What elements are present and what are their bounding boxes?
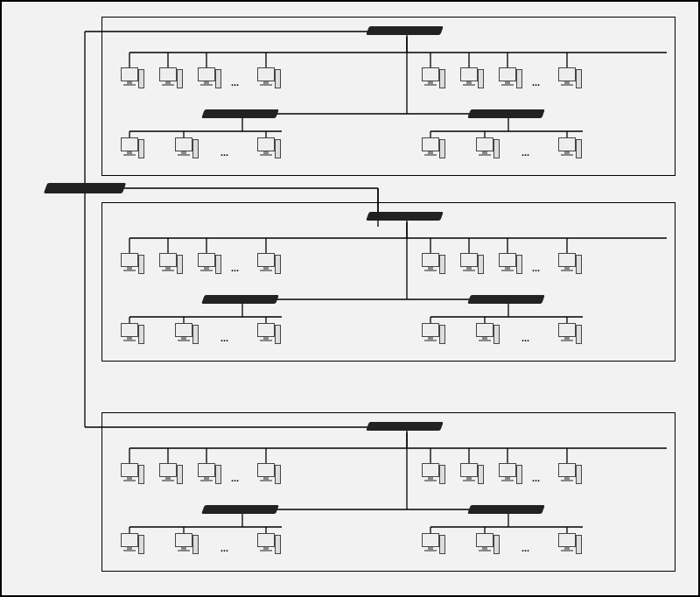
cluster3-sub-switch-right — [467, 505, 545, 514]
cluster2-top-switch — [366, 212, 444, 221]
pc-icon — [121, 323, 140, 348]
pc-icon — [558, 137, 578, 162]
pc-icon — [198, 463, 217, 488]
pc-icon — [460, 463, 480, 488]
cluster1-sub-switch-right — [467, 109, 545, 118]
pc-icon — [558, 253, 578, 277]
pc-icon — [422, 67, 441, 92]
pc-icon — [121, 137, 140, 162]
ellipsis: ... — [532, 263, 540, 273]
pc-icon — [499, 67, 518, 92]
cluster3-top-switch — [366, 422, 444, 431]
pc-icon — [558, 67, 578, 92]
pc-icon — [121, 253, 140, 277]
ellipsis: ... — [522, 333, 529, 343]
ellipsis: ... — [532, 77, 540, 88]
pc-icon — [175, 137, 194, 162]
pc-icon — [159, 463, 178, 488]
pc-icon — [499, 253, 518, 277]
pc-icon — [460, 67, 480, 92]
root-switch — [44, 183, 126, 193]
cluster3-sub-switch-left — [201, 505, 279, 514]
pc-icon — [558, 463, 578, 488]
cluster2-sub-switch-right — [467, 295, 545, 304]
pc-icon — [257, 67, 276, 92]
pc-icon — [422, 463, 441, 488]
ellipsis: ... — [220, 543, 228, 553]
ellipsis: ... — [220, 147, 228, 158]
pc-icon — [175, 323, 194, 348]
pc-icon — [422, 253, 441, 277]
pc-icon — [198, 67, 217, 92]
pc-icon — [476, 323, 495, 348]
pc-icon — [422, 137, 441, 162]
ellipsis: ... — [522, 147, 529, 158]
ellipsis: ... — [532, 473, 540, 483]
pc-icon — [121, 533, 140, 558]
pc-icon — [257, 323, 276, 348]
pc-icon — [499, 463, 518, 488]
pc-icon — [476, 137, 495, 162]
pc-icon — [159, 253, 178, 277]
cluster1-top-switch — [366, 26, 444, 35]
pc-icon — [121, 67, 140, 92]
cluster1-sub-switch-left — [201, 109, 279, 118]
ellipsis: ... — [220, 333, 228, 343]
pc-icon — [422, 533, 441, 558]
ellipsis: ... — [231, 473, 239, 483]
pc-icon — [460, 253, 480, 277]
ellipsis: ... — [231, 263, 239, 273]
pc-icon — [422, 323, 441, 348]
pc-icon — [175, 533, 194, 558]
ellipsis: ... — [522, 543, 529, 553]
pc-icon — [257, 533, 276, 558]
pc-icon — [121, 463, 140, 488]
pc-icon — [558, 323, 578, 348]
pc-icon — [257, 137, 276, 162]
pc-icon — [198, 253, 217, 277]
pc-icon — [257, 463, 276, 488]
pc-icon — [558, 533, 578, 558]
pc-icon — [159, 67, 178, 92]
pc-icon — [257, 253, 276, 277]
ellipsis: ... — [231, 77, 239, 88]
diagram-canvas: ... ... ... ... ... ... ... ... ... ... — [0, 0, 700, 597]
pc-icon — [476, 533, 495, 558]
cluster2-sub-switch-left — [201, 295, 279, 304]
